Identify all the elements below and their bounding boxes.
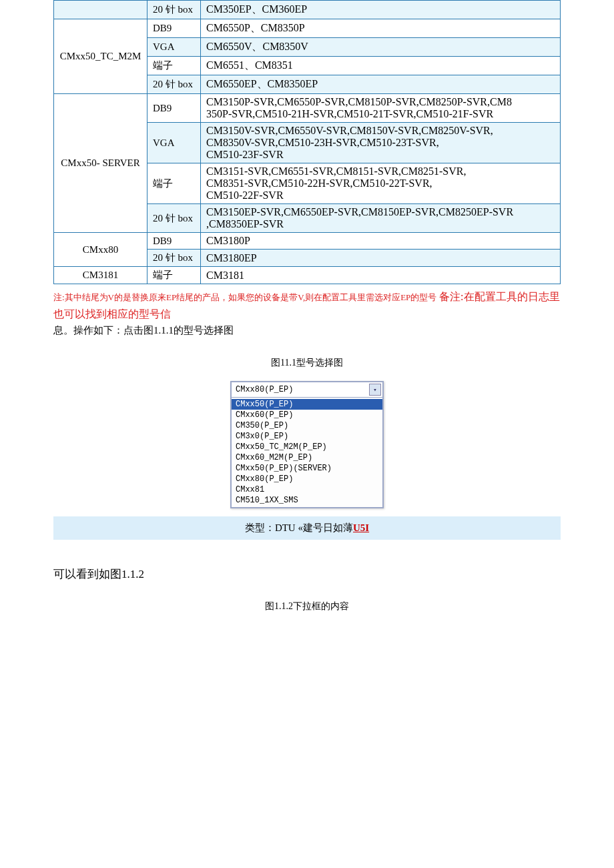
dropdown-selected[interactable]: CMxx80(P_EP): [232, 384, 368, 396]
table-cell: DB9: [147, 233, 201, 250]
table-cell: CM3150P-SVR,CM6550P-SVR,CM8150P-SVR,CM82…: [201, 94, 561, 123]
table-cell: CM3180P: [201, 233, 561, 250]
table-cell: CM3150V-SVR,CM6550V-SVR,CM8150V-SVR,CM82…: [201, 123, 561, 163]
table-cell: CM6551、CM8351: [201, 57, 561, 75]
table-group-label: CM3181: [54, 267, 147, 284]
type-label: 类型：DTU «建号日如薄: [245, 522, 353, 533]
figure-caption-2: 图1.1.2下拉框的内容: [53, 600, 561, 612]
table-cell: 20 针 box: [147, 250, 201, 267]
table-cell: 端子: [147, 163, 201, 204]
dropdown-item[interactable]: CMxx50_TC_M2M(P_EP): [232, 442, 382, 452]
table-cell: 20 针 box: [147, 75, 201, 94]
table-cell: CM6550EP、CM8350EP: [201, 75, 561, 94]
table-cell: 端子: [147, 267, 201, 284]
table-group-label: CMxx50- SERVER: [54, 94, 147, 233]
dropdown-item[interactable]: CM3x0(P_EP): [232, 431, 382, 442]
table-group-label: CMxx50_TC_M2M: [54, 19, 147, 94]
spec-table: 20 针 box CM350EP、CM360EP CMxx50_TC_M2M D…: [53, 0, 561, 284]
table-cell: VGA: [147, 123, 201, 163]
chevron-down-icon: ▾: [373, 386, 376, 394]
figure-caption-1: 图11.1型号选择图: [53, 357, 561, 369]
type-band: 类型：DTU «建号日如薄U5I: [53, 516, 561, 540]
table-cell: CM6550V、CM8350V: [201, 38, 561, 57]
table-cell: VGA: [147, 38, 201, 57]
table-cell: DB9: [147, 19, 201, 38]
dropdown-item[interactable]: CMxx50(P_EP)(SERVER): [232, 463, 382, 474]
dropdown-item[interactable]: CMxx60(P_EP): [232, 410, 382, 420]
dropdown-list[interactable]: CMxx50(P_EP) CMxx60(P_EP) CM350(P_EP) CM…: [232, 398, 382, 507]
table-cell: CM3181: [201, 267, 561, 284]
dropdown-button[interactable]: ▾: [369, 384, 381, 396]
note-block: 注:其中结尾为V的是替换原来EP结尾的产品，如果您的设备是带V,则在配置工具里需…: [53, 288, 561, 338]
table-group-label: CMxx80: [54, 233, 147, 267]
see-figure-text: 可以看到如图1.1.2: [53, 566, 561, 582]
model-dropdown[interactable]: CMxx80(P_EP) ▾ CMxx50(P_EP) CMxx60(P_EP)…: [230, 381, 384, 508]
dropdown-item[interactable]: CMxx80(P_EP): [232, 474, 382, 484]
table-cell: 20 针 box: [147, 1, 201, 19]
table-cell: CM350EP、CM360EP: [201, 1, 561, 19]
dropdown-item[interactable]: CMxx81: [232, 484, 382, 495]
type-link[interactable]: U5I: [353, 522, 369, 533]
note-red: 注:其中结尾为V的是替换原来EP结尾的产品，如果您的设备是带V,则在配置工具里需…: [53, 292, 436, 302]
table-cell: CM3150EP-SVR,CM6550EP-SVR,CM8150EP-SVR,C…: [201, 204, 561, 233]
table-cell: DB9: [147, 94, 201, 123]
dropdown-item[interactable]: CM510_1XX_SMS: [232, 495, 382, 506]
dropdown-item[interactable]: CMxx50(P_EP): [232, 399, 382, 410]
table-cell: 20 针 box: [147, 204, 201, 233]
note-tail: 息。操作如下：点击图1.1.1的型号选择图: [53, 325, 234, 336]
dropdown-item[interactable]: CM350(P_EP): [232, 420, 382, 431]
table-cell: [54, 1, 147, 19]
table-cell: 端子: [147, 57, 201, 75]
dropdown-item[interactable]: CMxx60_M2M(P_EP): [232, 452, 382, 463]
table-cell: CM6550P、CM8350P: [201, 19, 561, 38]
table-cell: CM3180EP: [201, 250, 561, 267]
table-cell: CM3151-SVR,CM6551-SVR,CM8151-SVR,CM8251-…: [201, 163, 561, 204]
